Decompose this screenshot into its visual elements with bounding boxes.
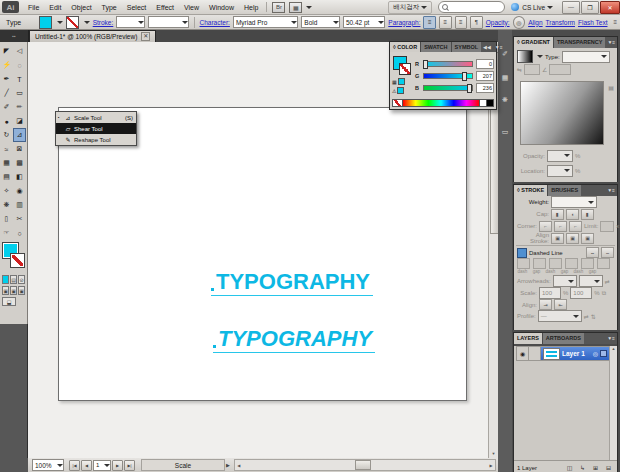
gradient-type-select[interactable] — [562, 51, 610, 63]
color-spectrum[interactable] — [390, 99, 496, 109]
spectrum-ramp[interactable] — [403, 99, 480, 107]
flash-text-link[interactable]: Flash Text — [578, 19, 608, 26]
status-display[interactable]: Scale — [141, 459, 225, 471]
round-cap-button[interactable]: ◖ — [566, 209, 579, 220]
direct-selection-tool-button[interactable]: ◁ — [13, 44, 26, 58]
selection-tool-button[interactable]: ◤ — [0, 44, 13, 58]
shear-tool-item[interactable]: ▱Shear Tool — [56, 123, 136, 134]
channel-value[interactable]: 0 — [476, 59, 494, 69]
stroke-proxy-swatch[interactable] — [399, 63, 411, 75]
channel-value[interactable]: 236 — [476, 83, 494, 93]
draw-behind-button[interactable]: ▣ — [10, 286, 17, 295]
font-size-select[interactable]: 50.42 pt — [343, 16, 385, 28]
rectangle-tool-button[interactable]: ▭ — [13, 86, 26, 100]
align-arrow-tip-button[interactable]: ⇥ — [539, 299, 552, 310]
font-family-select[interactable]: Myriad Pro — [233, 16, 298, 28]
fill-color-swatch[interactable] — [39, 16, 52, 29]
menu-item-object[interactable]: Object — [66, 4, 96, 11]
restore-button[interactable]: ❐ — [581, 1, 599, 14]
channel-slider[interactable] — [423, 85, 473, 91]
align-right-button[interactable]: ≡ — [455, 16, 468, 29]
preserve-dash-icon[interactable]: ╍ — [586, 247, 599, 258]
channel-value[interactable]: 207 — [476, 71, 494, 81]
delete-layer-button[interactable]: ⊟ — [603, 463, 614, 472]
bevel-join-button[interactable]: ⌐ — [569, 221, 582, 232]
variable-width-profile-select[interactable] — [148, 16, 188, 28]
artboard[interactable]: TYPOGRAPHY TYPOGRAPHY — [58, 107, 467, 401]
tab-close-icon[interactable]: ✕ — [141, 32, 150, 41]
opacity-link[interactable]: Opacity: — [486, 19, 510, 26]
menu-item-file[interactable]: File — [23, 4, 44, 11]
menu-item-select[interactable]: Select — [122, 4, 151, 11]
next-artboard-button[interactable]: ▶ — [112, 460, 123, 471]
pen-tool-button[interactable]: ✒ — [0, 72, 13, 86]
visibility-eye-icon[interactable]: ◉ — [517, 347, 529, 360]
butt-cap-button[interactable]: ▮ — [551, 209, 564, 220]
tab-symbol[interactable]: SYMBOL — [451, 42, 482, 52]
dashed-line-checkbox[interactable] — [517, 248, 527, 258]
search-input[interactable] — [438, 1, 505, 13]
bridge-icon[interactable]: Br — [272, 2, 285, 13]
arrange-documents-icon[interactable]: ▦ — [289, 2, 302, 13]
stroke-link[interactable]: Stroke: — [93, 19, 114, 26]
scroll-right-icon[interactable]: ▶ — [487, 463, 495, 468]
gamut-warning[interactable]: ⚠ — [392, 87, 404, 94]
align-outside-stroke-button[interactable]: ▣ — [581, 233, 594, 244]
reshape-tool-item[interactable]: ✎Reshape Tool — [56, 134, 136, 145]
channel-slider-thumb[interactable] — [467, 84, 472, 93]
channel-slider-thumb[interactable] — [423, 60, 428, 69]
lasso-tool-button[interactable]: ◌ — [13, 58, 26, 72]
tab-stroke[interactable]: ◊ STROKE — [514, 185, 547, 196]
slice-tool-button[interactable]: ✂ — [13, 212, 26, 226]
web-safe-warning[interactable]: ▦ — [392, 78, 405, 85]
character-link[interactable]: Character: — [200, 19, 230, 26]
artboard-number-select[interactable]: 1 — [93, 460, 111, 471]
typography-text-italic[interactable]: TYPOGRAPHY — [213, 328, 375, 353]
white-chip[interactable] — [480, 99, 487, 107]
width-tool-button[interactable]: ≈ — [0, 142, 13, 156]
panel-collapse-icon[interactable]: ◀◀ — [481, 42, 493, 52]
channel-slider[interactable] — [423, 61, 473, 67]
stroke-caret-icon[interactable] — [84, 21, 90, 24]
gradient-swatch-caret-icon[interactable] — [537, 55, 543, 58]
none-mode-button[interactable]: ⊘ — [18, 275, 25, 284]
menu-item-view[interactable]: View — [179, 4, 204, 11]
scroll-down-icon[interactable]: ▼ — [489, 449, 498, 458]
arrange-documents-caret-icon[interactable] — [306, 6, 312, 9]
tab-layers[interactable]: LAYERS — [514, 333, 542, 344]
artboards-panel-icon[interactable]: ▭ — [499, 126, 511, 138]
link-scale-icon[interactable]: ⧉ — [602, 290, 606, 297]
stroke-color-swatch[interactable] — [66, 16, 79, 29]
rotate-tool-button[interactable]: ↻ — [0, 128, 13, 142]
paragraph-link[interactable]: Paragraph: — [388, 19, 420, 26]
horizontal-scroll-thumb[interactable] — [355, 460, 371, 470]
align-left-button[interactable]: ≡ — [423, 16, 436, 29]
horizontal-scrollbar[interactable]: ◀ ▶ — [234, 459, 496, 471]
line-segment-tool-button[interactable]: ╱ — [0, 86, 13, 100]
panel-menu-icon[interactable]: ▼≡ — [493, 42, 505, 52]
document-tab[interactable]: Untitled-1* @ 100% (RGB/Preview) ✕ — [29, 30, 156, 42]
channel-slider[interactable] — [423, 73, 473, 79]
draw-inside-button[interactable]: ▣ — [18, 286, 25, 295]
pencil-tool-button[interactable]: ✏ — [13, 100, 26, 114]
selection-indicator[interactable] — [600, 350, 607, 357]
swap-arrowheads-icon[interactable]: ⇄ — [605, 278, 610, 285]
tab-transparency[interactable]: TRANSPARENCY — [553, 37, 605, 48]
gradient-tool-button[interactable]: ◧ — [13, 170, 26, 184]
align-center-stroke-button[interactable]: ▣ — [551, 233, 564, 244]
align-link[interactable]: Align — [528, 19, 542, 26]
flip-along-icon[interactable]: ⇄ — [584, 313, 589, 320]
new-layer-button[interactable]: ⊞ — [590, 463, 601, 472]
menu-item-edit[interactable]: Edit — [44, 4, 66, 11]
scroll-left-icon[interactable]: ◀ — [235, 463, 243, 468]
cs-live-button[interactable]: CS Live — [511, 3, 553, 11]
free-transform-tool-button[interactable]: ⊠ — [13, 142, 26, 156]
gradient-swatch[interactable] — [517, 50, 533, 63]
transform-link[interactable]: Transform — [546, 19, 575, 26]
gradient-preview[interactable] — [520, 81, 604, 145]
black-chip[interactable] — [487, 99, 494, 107]
symbols-panel-icon[interactable]: ❋ — [499, 94, 511, 106]
style-icon[interactable]: ◎ — [513, 16, 526, 29]
eraser-tool-button[interactable]: ◪ — [13, 114, 26, 128]
reverse-gradient-icon[interactable]: ⇆ — [517, 66, 522, 73]
